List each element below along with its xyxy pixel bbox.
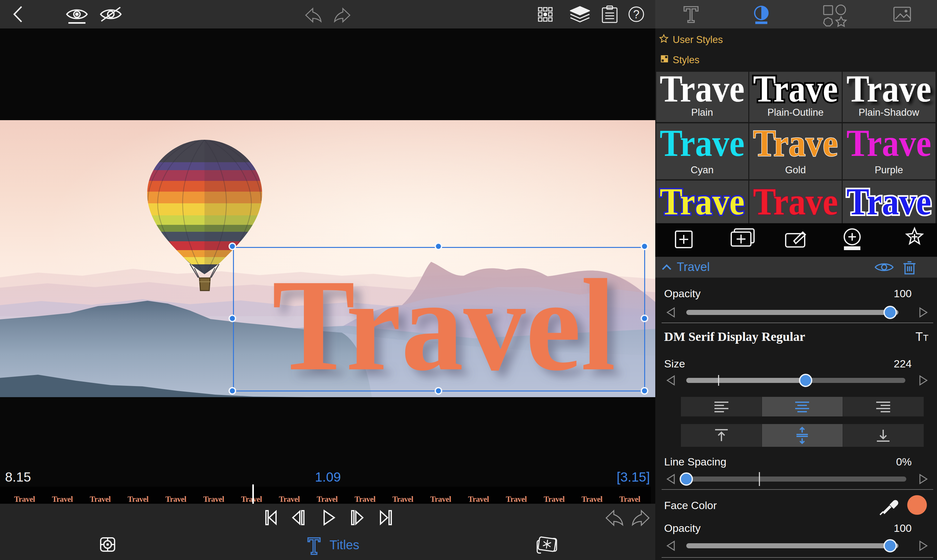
svg-text:T: T [923, 333, 928, 343]
svg-text:Purple: Purple [875, 165, 903, 175]
svg-text:Trave: Trave [846, 68, 931, 110]
svg-text:Travel: Travel [677, 260, 710, 274]
svg-text:DM Serif Display Regular: DM Serif Display Regular [664, 329, 805, 344]
svg-text:Trave: Trave [660, 180, 744, 223]
svg-text:Trave: Trave [753, 180, 838, 223]
svg-text:Trave: Trave [846, 122, 931, 164]
svg-text:Trave: Trave [660, 68, 744, 110]
svg-text:Trave: Trave [753, 68, 838, 110]
svg-text:224: 224 [894, 358, 912, 370]
svg-text:Trave: Trave [846, 180, 931, 223]
svg-text:Cyan: Cyan [691, 165, 713, 175]
svg-text:Plain: Plain [692, 107, 713, 118]
svg-text:Styles: Styles [673, 54, 699, 65]
svg-text:100: 100 [894, 522, 912, 534]
svg-text:Line Spacing: Line Spacing [664, 455, 727, 468]
svg-text:Trave: Trave [660, 122, 744, 164]
svg-text:Opacity: Opacity [664, 288, 701, 300]
svg-text:Trave: Trave [753, 122, 838, 164]
svg-text:Plain-Shadow: Plain-Shadow [858, 107, 919, 118]
svg-text:Gold: Gold [785, 165, 806, 175]
svg-text:T: T [915, 330, 923, 343]
svg-text:Opacity: Opacity [664, 522, 701, 534]
svg-text:Titles: Titles [330, 538, 359, 552]
svg-text:Face Color: Face Color [664, 499, 717, 511]
svg-text:Plain-Outline: Plain-Outline [767, 107, 823, 118]
svg-text:0%: 0% [896, 455, 912, 468]
svg-text:User Styles: User Styles [673, 34, 723, 45]
svg-text:?: ? [633, 8, 639, 21]
svg-text:100: 100 [894, 288, 912, 300]
svg-text:Size: Size [664, 358, 685, 370]
